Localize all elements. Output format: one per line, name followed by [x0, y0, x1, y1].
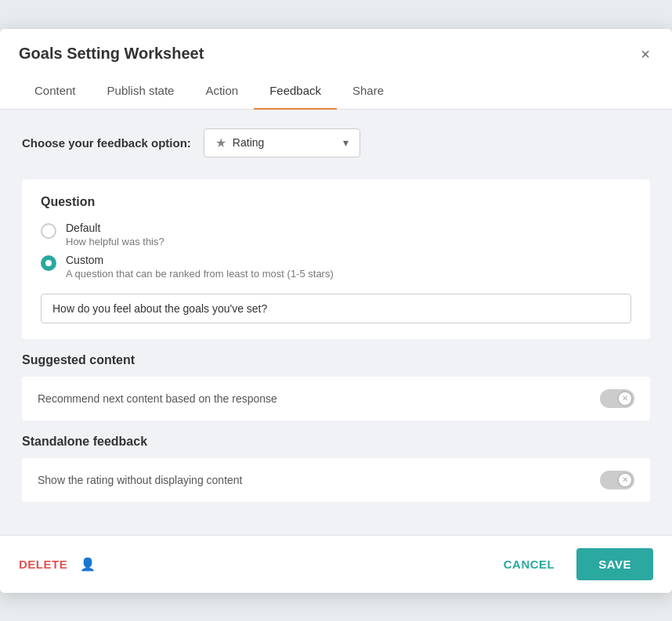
- tab-content[interactable]: Content: [19, 73, 92, 110]
- radio-item-default[interactable]: Default How helpful was this?: [41, 222, 631, 247]
- toggle-thumb-standalone: ✕: [617, 472, 633, 488]
- footer-left: DELETE 👤: [19, 557, 96, 572]
- dialog: Goals Setting Worksheet × Content Publis…: [0, 29, 672, 593]
- feedback-type-select[interactable]: ★ Rating ▾: [204, 128, 360, 157]
- feedback-option-label: Choose your feedback option:: [22, 136, 191, 150]
- tab-share[interactable]: Share: [337, 73, 399, 110]
- star-icon: ★: [215, 135, 226, 150]
- radio-label-default: Default: [66, 222, 164, 234]
- dialog-content: Choose your feedback option: ★ Rating ▾ …: [0, 110, 672, 535]
- radio-desc-default: How helpful was this?: [66, 236, 164, 247]
- user-icon: 👤: [80, 557, 96, 572]
- suggested-content-label: Recommend next content based on the resp…: [38, 392, 277, 405]
- tabs-bar: Content Publish state Action Feedback Sh…: [0, 73, 672, 110]
- cancel-button[interactable]: CANCEL: [491, 550, 568, 579]
- suggested-content-section: Suggested content Recommend next content…: [22, 353, 650, 421]
- suggested-content-toggle-row: Recommend next content based on the resp…: [22, 377, 650, 421]
- dialog-footer: DELETE 👤 CANCEL SAVE: [0, 535, 672, 593]
- radio-item-custom[interactable]: Custom A question that can be ranked fro…: [41, 254, 631, 280]
- footer-right: CANCEL SAVE: [491, 548, 653, 580]
- question-section: Question Default How helpful was this? C…: [22, 179, 650, 339]
- toggle-track-standalone: ✕: [600, 471, 634, 489]
- dialog-header: Goals Setting Worksheet ×: [0, 29, 672, 65]
- suggested-content-title: Suggested content: [22, 353, 650, 367]
- suggested-content-toggle[interactable]: ✕: [600, 389, 634, 408]
- question-section-title: Question: [41, 195, 631, 209]
- radio-content-default: Default How helpful was this?: [66, 222, 164, 247]
- custom-question-input[interactable]: [41, 294, 631, 323]
- feedback-option-row: Choose your feedback option: ★ Rating ▾: [22, 128, 650, 157]
- tab-feedback[interactable]: Feedback: [254, 73, 337, 110]
- radio-button-default[interactable]: [41, 223, 56, 239]
- dialog-title: Goals Setting Worksheet: [19, 45, 204, 63]
- standalone-feedback-section: Standalone feedback Show the rating with…: [22, 435, 650, 502]
- question-radio-group: Default How helpful was this? Custom A q…: [41, 222, 631, 286]
- toggle-track-suggested: ✕: [600, 389, 634, 408]
- close-button[interactable]: ×: [638, 43, 653, 65]
- chevron-down-icon: ▾: [343, 136, 349, 149]
- x-icon-suggested: ✕: [622, 394, 628, 403]
- delete-button[interactable]: DELETE: [19, 558, 67, 571]
- radio-desc-custom: A question that can be ranked from least…: [66, 268, 334, 280]
- radio-content-custom: Custom A question that can be ranked fro…: [66, 254, 334, 280]
- feedback-select-value: Rating: [233, 136, 337, 149]
- radio-label-custom: Custom: [66, 254, 334, 266]
- tab-publish-state[interactable]: Publish state: [92, 73, 190, 110]
- standalone-feedback-toggle[interactable]: ✕: [600, 471, 634, 489]
- toggle-thumb-suggested: ✕: [617, 391, 633, 406]
- standalone-feedback-toggle-row: Show the rating without displaying conte…: [22, 458, 650, 502]
- standalone-feedback-label: Show the rating without displaying conte…: [38, 474, 243, 486]
- save-button[interactable]: SAVE: [576, 548, 653, 580]
- x-icon-standalone: ✕: [622, 475, 628, 484]
- tab-action[interactable]: Action: [190, 73, 254, 110]
- standalone-feedback-title: Standalone feedback: [22, 435, 650, 449]
- radio-button-custom[interactable]: [41, 255, 56, 271]
